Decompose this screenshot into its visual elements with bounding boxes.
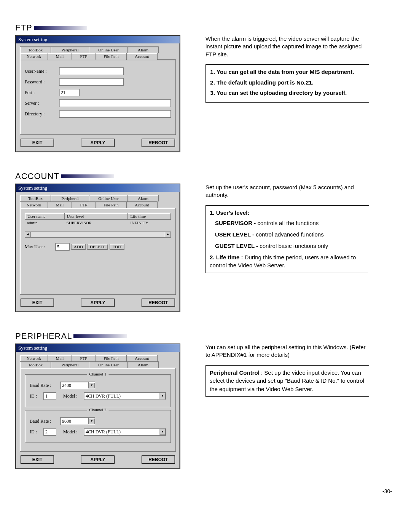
account-titlebar: System setting (16, 184, 180, 192)
heading-bar (73, 334, 127, 338)
tab-network[interactable]: Network (20, 53, 48, 60)
exit-button[interactable]: EXIT (21, 299, 54, 307)
col-lifetime: Life time (128, 213, 170, 219)
label-port: Port : (25, 90, 59, 96)
tab-alarm[interactable]: Alarm (127, 195, 159, 201)
input-id2[interactable]: 2 (43, 428, 56, 436)
chevron-down-icon[interactable]: ▼ (159, 429, 166, 435)
note-pc-label: Peripheral Control (210, 369, 260, 376)
tab-filepath[interactable]: File Path (96, 201, 127, 208)
peripheral-notes: Peripheral Control : Set up the video in… (206, 365, 369, 397)
label-id1: ID : (30, 393, 43, 399)
heading-bar (34, 26, 87, 30)
ftp-titlebar: System setting (16, 36, 180, 43)
peripheral-dialog: System setting Network Mail FTP File Pat… (15, 343, 180, 469)
ftp-dialog: System setting ToolBox Peripheral Online… (15, 35, 180, 152)
label-model2: Model : (63, 429, 84, 435)
reboot-button[interactable]: REBOOT (142, 299, 175, 307)
input-directory[interactable] (59, 110, 171, 118)
section-peripheral: PERIPHERAL System setting Network Mail F… (15, 331, 396, 469)
tab-network[interactable]: Network (20, 201, 48, 208)
col-username: User name (25, 213, 65, 219)
tab-ftp[interactable]: FTP (72, 53, 96, 60)
tab-network[interactable]: Network (20, 355, 48, 361)
label-maxuser: Max User : (25, 244, 55, 250)
exit-button[interactable]: EXIT (21, 455, 54, 464)
account-notes: 1. User's level: SUPERVISOR - controls a… (206, 205, 369, 273)
reboot-button[interactable]: REBOOT (142, 139, 175, 147)
tab-peripheral[interactable]: Peripheral (51, 361, 89, 368)
tab-account[interactable]: Account (126, 201, 158, 208)
peripheral-panel: Channel 1 Baud Rate : 2400▼ ID : 1 (20, 368, 176, 452)
combo-model2[interactable]: 4CH DVR (FULL)▼ (84, 428, 166, 436)
tab-ftp[interactable]: FTP (72, 355, 96, 361)
edit-button[interactable]: EDIT (110, 244, 124, 250)
tab-alarm[interactable]: Alarm (127, 361, 159, 368)
label-username: UserName : (25, 69, 59, 74)
tab-toolbox[interactable]: ToolBox (20, 46, 51, 53)
add-button[interactable]: ADD (71, 244, 86, 250)
input-server[interactable] (59, 99, 171, 107)
apply-button[interactable]: APPLY (81, 455, 115, 464)
exit-button[interactable]: EXIT (21, 139, 54, 147)
level-guest: GUEST LEVEL - (215, 243, 258, 249)
tab-mail[interactable]: Mail (48, 201, 72, 208)
account-dialog: System setting ToolBox Peripheral Online… (15, 184, 180, 312)
level-supervisor: SUPERVISOR - (215, 220, 256, 226)
tab-filepath[interactable]: File Path (96, 355, 127, 361)
ftp-desc: When the alarm is triggered, the video s… (206, 35, 369, 58)
level-user: USER LEVEL - (215, 231, 254, 238)
tab-ftp[interactable]: FTP (72, 201, 96, 208)
tab-peripheral[interactable]: Peripheral (51, 195, 89, 201)
tab-account[interactable]: Account (126, 355, 158, 361)
note-lifetime: Life time : (216, 254, 243, 260)
h-scrollbar[interactable]: ◄ ► (25, 232, 171, 238)
tab-filepath[interactable]: File Path (96, 53, 127, 60)
scroll-left-icon[interactable]: ◄ (25, 232, 31, 237)
combo-model1[interactable]: 4CH DVR (FULL)▼ (84, 392, 166, 400)
tab-onlineuser[interactable]: Online User (89, 361, 128, 368)
group-channel1: Channel 1 Baud Rate : 2400▼ ID : 1 (25, 374, 171, 407)
tab-onlineuser[interactable]: Online User (89, 46, 128, 53)
legend-ch2: Channel 2 (87, 407, 109, 412)
input-id1[interactable]: 1 (43, 392, 56, 400)
chevron-down-icon[interactable]: ▼ (88, 418, 95, 424)
ftp-note-1: You can get all the data from your MIS d… (217, 68, 365, 76)
tab-mail[interactable]: Mail (48, 53, 72, 60)
combo-baud1[interactable]: 2400▼ (60, 382, 95, 389)
account-desc: Set up the user's account, password (Max… (206, 184, 369, 199)
delete-button[interactable]: DELETE (87, 244, 108, 250)
input-maxuser[interactable]: 5 (55, 243, 70, 251)
tab-mail[interactable]: Mail (48, 355, 72, 361)
reboot-button[interactable]: REBOOT (142, 455, 175, 464)
col-userlevel: User level (65, 213, 128, 219)
section-ftp: FTP System setting ToolBox Peripheral On… (15, 23, 396, 152)
combo-baud2[interactable]: 9600▼ (60, 417, 95, 425)
cell-level: SUPERVISOR (64, 220, 128, 226)
chevron-down-icon[interactable]: ▼ (88, 382, 95, 388)
ftp-note-3: You can set the uploading directory by y… (217, 89, 365, 97)
heading-peripheral: PERIPHERAL (15, 331, 396, 341)
cell-user: admin (25, 220, 64, 226)
label-password: Password : (25, 79, 59, 85)
apply-button[interactable]: APPLY (81, 139, 115, 147)
tab-toolbox[interactable]: ToolBox (20, 361, 51, 368)
tab-account[interactable]: Account (126, 53, 158, 60)
chevron-down-icon[interactable]: ▼ (159, 393, 166, 399)
scroll-right-icon[interactable]: ► (165, 232, 170, 237)
table-row[interactable]: admin SUPERVISOR INFINITY (25, 220, 171, 226)
tab-onlineuser[interactable]: Online User (89, 195, 128, 201)
legend-ch1: Channel 1 (87, 372, 109, 376)
tab-toolbox[interactable]: ToolBox (20, 195, 51, 201)
input-password[interactable] (59, 78, 124, 86)
tab-peripheral[interactable]: Peripheral (51, 46, 89, 53)
peripheral-titlebar: System setting (16, 344, 180, 352)
tab-alarm[interactable]: Alarm (127, 46, 159, 53)
input-username[interactable] (59, 67, 124, 75)
cell-life: INFINITY (128, 220, 171, 226)
account-table-header: User name User level Life time (25, 213, 171, 220)
label-directory: Directory : (25, 111, 59, 117)
apply-button[interactable]: APPLY (81, 299, 115, 307)
input-port[interactable]: 21 (59, 89, 80, 96)
heading-ftp: FTP (15, 23, 396, 33)
